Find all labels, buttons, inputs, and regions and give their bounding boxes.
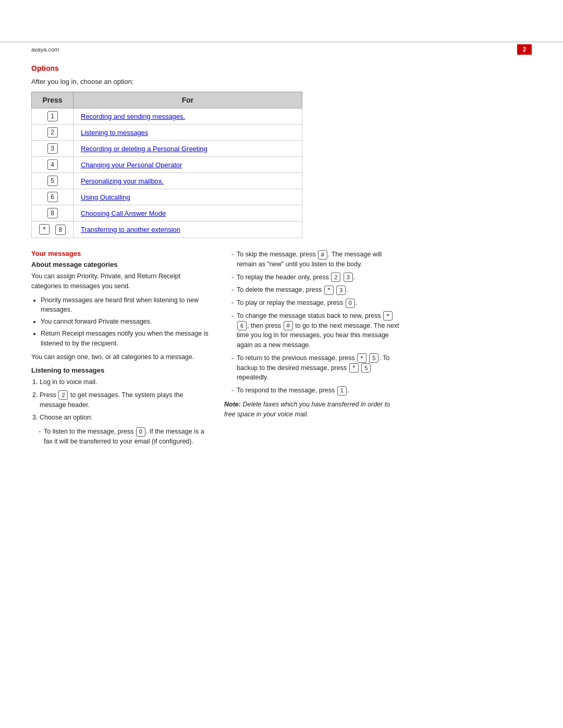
key-cell: * 8	[32, 221, 74, 238]
key-8: 8	[47, 208, 58, 218]
key-1: 1	[47, 111, 58, 121]
right-column: To skip the message, press #. The messag…	[224, 250, 401, 451]
table-header-press: Press	[32, 92, 74, 108]
content-area: Options After you log in, choose an opti…	[0, 55, 563, 728]
for-cell: Personalizing your mailbox.	[74, 173, 302, 189]
table-link-4[interactable]: Changing your Personal Operator	[81, 161, 182, 169]
dash-delete: To delete the message, press * 3.	[231, 285, 401, 295]
key-cell: 5	[32, 173, 74, 189]
key-inline-2b: 2	[331, 273, 340, 282]
right-dash-list: To skip the message, press #. The messag…	[231, 250, 401, 396]
key-star: *	[39, 224, 50, 235]
key-3: 3	[47, 143, 58, 154]
table-row: 8 Choosing Call Answer Mode	[32, 205, 302, 221]
key-inline-0a: 0	[136, 427, 145, 437]
table-link-6[interactable]: Using Outcalling	[81, 193, 130, 201]
key-inline-hash2: #	[284, 321, 293, 330]
table-link-star8[interactable]: Transferring to another extension	[81, 226, 180, 233]
dash-play: To play or replay the message, press 0.	[231, 298, 401, 308]
for-cell: Recording and sending messages.	[74, 108, 302, 125]
step-2: Press 2 to get messages. The system play…	[40, 390, 209, 410]
key-inline-star3: *	[357, 353, 366, 363]
dash-respond: To respond to the message, press 1.	[231, 386, 401, 396]
key-4: 4	[47, 159, 58, 170]
dash-return-previous: To return to the previous message, press…	[231, 353, 401, 382]
table-row: 2 Listening to messages	[32, 125, 302, 141]
options-table: Press For 1 Recording and sending messag…	[31, 92, 302, 238]
dash-skip: To skip the message, press #. The messag…	[231, 250, 401, 269]
key-cell: 2	[32, 125, 74, 141]
key-8b: 8	[55, 225, 66, 235]
page-number: 2	[517, 44, 532, 55]
for-cell: Listening to messages	[74, 125, 302, 141]
bullet-item-3: Return Receipt messages notify you when …	[41, 329, 209, 349]
avaya-url: avaya.com	[31, 46, 513, 53]
table-row: 4 Changing your Personal Operator	[32, 157, 302, 173]
key-inline-star1: *	[324, 286, 334, 295]
key-inline-5b: 5	[361, 363, 371, 373]
about-categories-title: About message categories	[31, 261, 209, 268]
key-cell: 3	[32, 141, 74, 157]
your-messages-title: Your messages	[31, 250, 209, 257]
table-row: 1 Recording and sending messages.	[32, 108, 302, 125]
key-inline-3a: 3	[344, 273, 353, 282]
table-link-3[interactable]: Recording or deleting a Personal Greetin…	[81, 145, 207, 153]
for-cell: Transferring to another extension	[74, 221, 302, 238]
page-wrapper: avaya.com 2 Options After you log in, ch…	[0, 0, 563, 728]
key-inline-2: 2	[58, 390, 68, 400]
options-title: Options	[31, 64, 532, 72]
table-link-1[interactable]: Recording and sending messages.	[81, 113, 185, 120]
key-inline-hash1: #	[318, 250, 327, 260]
table-header-for: For	[74, 92, 302, 108]
for-cell: Recording or deleting a Personal Greetin…	[74, 141, 302, 157]
listening-dash-list: To listen to the message, press 0. If th…	[39, 427, 209, 447]
key-inline-star2: *	[383, 311, 393, 320]
about-categories-intro: You can assign Priority, Private, and Re…	[31, 272, 209, 291]
listening-title: Listening to messages	[31, 366, 209, 374]
left-column: Your messages About message categories Y…	[31, 250, 209, 451]
step-1: Log in to voice mail.	[40, 377, 209, 387]
key-5: 5	[47, 176, 58, 186]
dash-change-status: To change the message status back to new…	[231, 311, 401, 350]
key-inline-3b: 3	[336, 286, 346, 295]
note-text: Note: Delete faxes which you have transf…	[224, 400, 401, 419]
key-cell: 1	[32, 108, 74, 125]
key-2: 2	[47, 127, 58, 138]
key-inline-6: 6	[237, 321, 247, 330]
table-link-5[interactable]: Personalizing your mailbox.	[81, 177, 164, 185]
dash-item-listen: To listen to the message, press 0. If th…	[39, 427, 209, 447]
key-inline-1: 1	[337, 386, 347, 396]
step-3: Choose an option:	[40, 413, 209, 423]
table-row: * 8 Transferring to another extension	[32, 221, 302, 238]
key-6: 6	[47, 192, 58, 202]
table-link-8[interactable]: Choosing Call Answer Mode	[81, 209, 166, 217]
key-inline-0b: 0	[346, 299, 355, 308]
categories-bullet-list: Priority messages are heard first when l…	[41, 295, 209, 349]
listening-steps: Log in to voice mail. Press 2 to get mes…	[40, 377, 209, 423]
options-intro: After you log in, choose an option:	[31, 78, 532, 85]
key-cell: 4	[32, 157, 74, 173]
bullet-item-1: Priority messages are heard first when l…	[41, 295, 209, 315]
table-row: 5 Personalizing your mailbox.	[32, 173, 302, 189]
key-cell: 6	[32, 189, 74, 205]
key-inline-star4: *	[349, 363, 359, 373]
key-inline-5a: 5	[369, 353, 378, 363]
table-link-2[interactable]: Listening to messages	[81, 129, 148, 137]
for-cell: Changing your Personal Operator	[74, 157, 302, 173]
two-column-section: Your messages About message categories Y…	[31, 250, 532, 451]
header-row: avaya.com 2	[0, 42, 563, 55]
table-row: 6 Using Outcalling	[32, 189, 302, 205]
key-cell: 8	[32, 205, 74, 221]
about-categories-outro: You can assign one, two, or all categori…	[31, 352, 209, 362]
for-cell: Using Outcalling	[74, 189, 302, 205]
dash-replay-header: To replay the header only, press 2 3.	[231, 273, 401, 282]
bullet-item-2: You cannot forward Private messages.	[41, 317, 209, 327]
for-cell: Choosing Call Answer Mode	[74, 205, 302, 221]
table-row: 3 Recording or deleting a Personal Greet…	[32, 141, 302, 157]
